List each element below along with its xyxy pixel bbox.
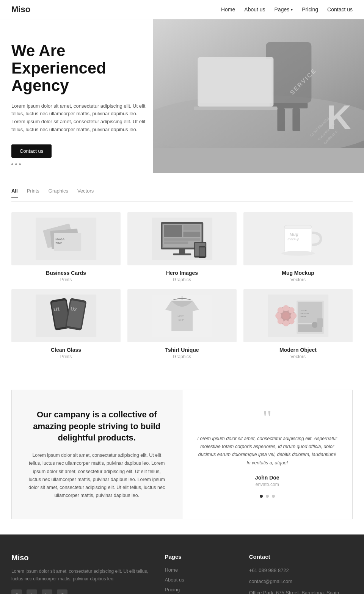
portfolio-cat-clean-glass: Prints — [60, 354, 72, 359]
footer-link-home[interactable]: Home — [165, 567, 178, 573]
testimonial-dot-2[interactable] — [266, 495, 269, 498]
hero-content: We Are Experienced Agency Lorem ipsum do… — [0, 19, 164, 173]
svg-text:MAGA: MAGA — [55, 238, 65, 241]
svg-text:KUP: KUP — [178, 318, 184, 322]
portfolio-name-business-cards: Business Cards — [46, 270, 86, 276]
portfolio-img-mug-mockup: Mug mockup — [243, 212, 353, 265]
footer-address: Office Park, 675 Street, Barcelona, Spai… — [249, 589, 353, 594]
footer-contact-title: Contact — [249, 553, 353, 560]
footer-link-about[interactable]: About us — [165, 577, 184, 583]
portfolio-cat-modern-object: Vectors — [290, 354, 306, 359]
nav-home[interactable]: Home — [221, 6, 235, 13]
svg-text:ZINE: ZINE — [55, 241, 63, 245]
portfolio-item-tshirt-unique[interactable]: MOC KUP Tshirt Unique Graphics — [127, 289, 237, 359]
nav-links: Home About us Pages ▾ Pricing Contact us — [221, 6, 353, 13]
portfolio-name-hero-images: Hero Images — [166, 270, 198, 276]
hero-section: We Are Experienced Agency Lorem ipsum do… — [0, 19, 364, 173]
portfolio-grid: MAGA ZINE Business Cards Prints — [11, 212, 353, 359]
testimonial-dot-3[interactable] — [272, 495, 275, 498]
footer-contact-column: Contact +61 089 988 8722 contact@gmail.c… — [249, 553, 353, 594]
svg-rect-28 — [164, 238, 200, 240]
svg-point-62 — [288, 318, 294, 324]
svg-rect-30 — [179, 249, 185, 254]
portfolio-item-clean-glass[interactable]: U1 U2 Clean Glass Prints — [11, 289, 121, 359]
nav-pages[interactable]: Pages ▾ — [275, 6, 293, 13]
tab-graphics[interactable]: Graphics — [49, 188, 68, 197]
portfolio-img-clean-glass: U1 U2 — [11, 289, 121, 342]
svg-rect-8 — [200, 59, 272, 103]
nav-about[interactable]: About us — [244, 6, 265, 13]
svg-rect-29 — [164, 241, 188, 244]
chevron-down-icon: ▾ — [291, 8, 293, 12]
portfolio-cat-mug-mockup: Vectors — [290, 277, 306, 282]
testimonial-dot-1[interactable] — [260, 495, 263, 498]
dot-2 — [15, 163, 17, 165]
twitter-icon[interactable]: t — [27, 589, 37, 594]
svg-point-55 — [283, 305, 289, 311]
svg-point-60 — [288, 307, 294, 313]
footer-pages-column: Pages Home About us Pricing Testimonial — [165, 553, 234, 594]
footer-grid: Miso Lorem ipsum dolor sit amet, consect… — [11, 553, 353, 594]
portfolio-img-tshirt-unique: MOC KUP — [127, 289, 237, 342]
portfolio-name-tshirt-unique: Tshirt Unique — [165, 347, 199, 353]
facebook-icon[interactable]: f — [11, 589, 22, 594]
svg-point-63 — [282, 312, 289, 319]
hero-image: SERVICE K C) 007 890 4356 w.yoursite.com… — [153, 19, 364, 173]
about-description: Lorem ipsum dolor sit amet, consectetur … — [27, 451, 167, 500]
nav-contact[interactable]: Contact us — [327, 6, 353, 13]
svg-text:HERE: HERE — [300, 315, 306, 318]
footer-link-pricing[interactable]: Pricing — [165, 587, 180, 592]
portfolio-item-hero-images[interactable]: Hero Images Graphics — [127, 212, 237, 282]
testimonial-block: " Lorem ipsum dolor sit amet, consectetu… — [182, 390, 353, 519]
footer-pages-links: Home About us Pricing Testimonial — [165, 567, 234, 594]
svg-rect-5 — [278, 108, 285, 131]
svg-text:K: K — [327, 99, 351, 136]
svg-point-58 — [290, 313, 297, 319]
footer-description: Lorem ipsum dolor sit amet, consectetur … — [11, 567, 149, 583]
testimonial-source: envato.com — [256, 482, 279, 487]
svg-rect-9 — [194, 107, 278, 110]
svg-rect-6 — [293, 108, 300, 131]
svg-text:U1: U1 — [53, 306, 60, 313]
portfolio-img-hero-images — [127, 212, 237, 265]
footer-brand-column: Miso Lorem ipsum dolor sit amet, consect… — [11, 553, 149, 594]
portfolio-item-mug-mockup[interactable]: Mug mockup Mug Mockup Vectors — [243, 212, 353, 282]
svg-text:mockup: mockup — [287, 237, 299, 241]
brand: Miso — [11, 5, 30, 14]
svg-point-59 — [278, 307, 284, 313]
footer: Miso Lorem ipsum dolor sit amet, consect… — [0, 534, 364, 594]
portfolio-img-business-cards: MAGA ZINE — [11, 212, 121, 265]
testimonial-quote: Lorem ipsum dolor sit amet, consectetur … — [198, 435, 337, 467]
about-block: Our campany is a collective of amazing p… — [12, 390, 182, 519]
portfolio-name-mug-mockup: Mug Mockup — [282, 270, 314, 276]
footer-brand: Miso — [11, 553, 149, 562]
dot-1 — [11, 163, 13, 165]
testimonial-dots — [260, 495, 275, 498]
navbar: Miso Home About us Pages ▾ Pricing Conta… — [0, 0, 364, 19]
tab-vectors[interactable]: Vectors — [77, 188, 94, 197]
svg-text:DESIGN: DESIGN — [300, 312, 308, 315]
svg-rect-27 — [183, 232, 200, 237]
footer-email: contact@gmail.com — [249, 578, 353, 585]
portfolio-cat-business-cards: Prints — [60, 277, 72, 282]
svg-point-41 — [281, 251, 315, 256]
footer-phone: +61 089 988 8722 — [249, 567, 353, 574]
hero-desk-illustration: SERVICE K C) 007 890 4356 w.yoursite.com… — [153, 19, 364, 148]
svg-text:YOUR: YOUR — [300, 309, 306, 312]
svg-text:MOC: MOC — [177, 315, 184, 318]
svg-text:U2: U2 — [70, 306, 77, 312]
portfolio-item-business-cards[interactable]: MAGA ZINE Business Cards Prints — [11, 212, 121, 282]
contact-us-button[interactable]: Contact us — [11, 144, 52, 158]
youtube-icon[interactable]: ▶ — [42, 589, 52, 594]
svg-rect-40 — [284, 225, 312, 229]
instagram-icon[interactable]: ◉ — [57, 589, 67, 594]
tab-all[interactable]: All — [11, 188, 18, 197]
tab-prints[interactable]: Prints — [27, 188, 39, 197]
svg-point-56 — [283, 320, 289, 326]
svg-rect-71 — [317, 318, 322, 327]
portfolio-item-modern-object[interactable]: YOUR DESIGN HERE Modern Object Vectors — [243, 289, 353, 359]
portfolio-img-modern-object: YOUR DESIGN HERE — [243, 289, 353, 342]
portfolio-cat-hero-images: Graphics — [173, 277, 191, 282]
nav-pricing[interactable]: Pricing — [302, 6, 318, 13]
svg-point-57 — [275, 313, 281, 319]
